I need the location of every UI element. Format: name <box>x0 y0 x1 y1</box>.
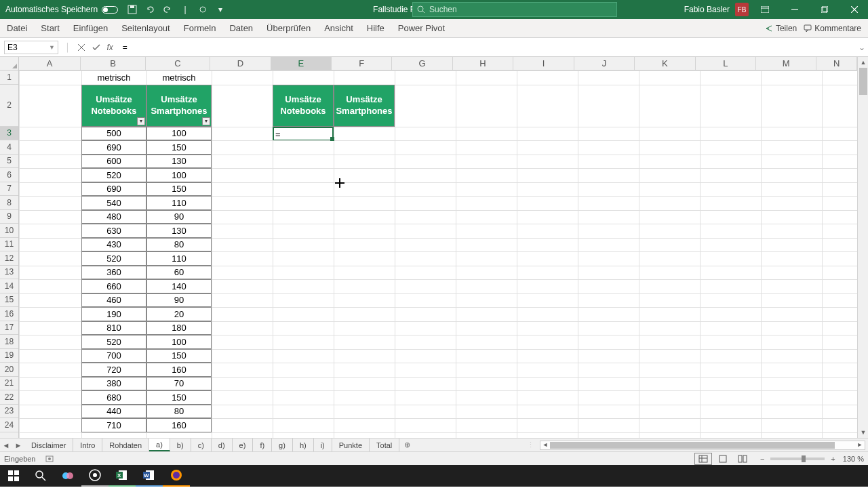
cell-c22[interactable]: 150 <box>146 390 212 405</box>
cell-c4[interactable]: 150 <box>146 140 212 155</box>
select-all-button[interactable] <box>0 57 19 70</box>
column-header-D[interactable]: D <box>210 57 271 70</box>
row-header-20[interactable]: 20 <box>0 363 18 377</box>
cell-c21[interactable]: 70 <box>146 377 212 391</box>
share-button[interactable]: Teilen <box>765 24 797 33</box>
cell-b22[interactable]: 680 <box>81 390 146 405</box>
sheet-tab-punkte[interactable]: Punkte <box>332 439 370 451</box>
row-header-5[interactable]: 5 <box>0 155 18 169</box>
undo-icon[interactable] <box>144 4 155 15</box>
cell-b10[interactable]: 630 <box>81 224 146 238</box>
normal-view-button[interactable] <box>694 453 712 465</box>
autosave-toggle[interactable]: Automatisches Speichern <box>0 5 123 14</box>
cell-b16[interactable]: 190 <box>81 307 146 321</box>
maximize-button[interactable] <box>811 0 838 19</box>
row-header-11[interactable]: 11 <box>0 238 18 252</box>
row-header-15[interactable]: 15 <box>0 293 18 308</box>
hscroll-left-button[interactable]: ◄ <box>540 441 550 449</box>
close-button[interactable] <box>841 0 868 19</box>
cell-c14[interactable]: 140 <box>146 279 212 293</box>
column-header-L[interactable]: L <box>696 57 756 70</box>
column-header-A[interactable]: A <box>19 57 81 70</box>
chevron-down-icon[interactable]: ▼ <box>49 44 55 51</box>
sheet-tab-total[interactable]: Total <box>370 439 399 451</box>
row-header-19[interactable]: 19 <box>0 349 18 363</box>
cell-c17[interactable]: 180 <box>146 321 212 336</box>
sheet-nav-prev[interactable]: ◄ <box>0 439 12 451</box>
start-button[interactable] <box>0 465 27 487</box>
page-break-view-button[interactable] <box>734 453 751 465</box>
cell-b7[interactable]: 690 <box>81 182 146 197</box>
ribbon-tab-formeln[interactable]: Formeln <box>177 19 223 37</box>
cell-c15[interactable]: 90 <box>146 293 212 308</box>
touch-mode-icon[interactable] <box>197 4 208 15</box>
column-header-E[interactable]: E <box>271 57 332 70</box>
splitter[interactable]: ⋮ <box>527 441 534 449</box>
sheet-tab-g[interactable]: g) <box>272 439 293 451</box>
column-header-B[interactable]: B <box>81 57 145 70</box>
zoom-out-button[interactable]: − <box>760 455 764 463</box>
formula-input[interactable] <box>120 41 856 54</box>
row-header-4[interactable]: 4 <box>0 140 18 155</box>
row-header-7[interactable]: 7 <box>0 182 18 197</box>
zoom-slider[interactable] <box>770 458 825 460</box>
cell-c8[interactable]: 110 <box>146 196 212 210</box>
add-sheet-button[interactable]: ⊕ <box>399 439 414 451</box>
ribbon-tab-hilfe[interactable]: Hilfe <box>360 19 391 37</box>
ribbon-display-icon[interactable] <box>751 0 778 19</box>
row-header-2[interactable]: 2 <box>0 85 18 127</box>
cell-b3[interactable]: 500 <box>81 127 146 141</box>
cell-b4[interactable]: 690 <box>81 140 146 155</box>
cell-c9[interactable]: 90 <box>146 210 212 224</box>
sheet-tab-e[interactable]: e) <box>233 439 254 451</box>
filter-dropdown-icon[interactable]: ▾ <box>137 117 145 125</box>
sheet-tab-b[interactable]: b) <box>170 439 191 451</box>
cell-c19[interactable]: 150 <box>146 349 212 363</box>
firefox-icon[interactable] <box>163 465 190 487</box>
column-header-J[interactable]: J <box>574 57 635 70</box>
horizontal-scrollbar[interactable]: ◄ ► <box>540 441 865 450</box>
cell-c12[interactable]: 110 <box>146 251 212 266</box>
sheet-tab-d[interactable]: d) <box>212 439 233 451</box>
column-header-M[interactable]: M <box>756 57 816 70</box>
cell-b14[interactable]: 660 <box>81 279 146 293</box>
ribbon-tab-start[interactable]: Start <box>34 19 66 37</box>
hscroll-thumb[interactable] <box>550 442 835 449</box>
cell-c24[interactable]: 160 <box>146 418 212 432</box>
column-header-F[interactable]: F <box>332 57 392 70</box>
column-header-G[interactable]: G <box>392 57 452 70</box>
cell-c16[interactable]: 20 <box>146 307 212 321</box>
sheet-tab-a[interactable]: a) <box>149 439 170 451</box>
fill-handle[interactable] <box>330 137 334 141</box>
row-header-1[interactable]: 1 <box>0 70 18 85</box>
sheet-nav-next[interactable]: ► <box>12 439 24 451</box>
qat-customize-icon[interactable]: ▾ <box>215 4 226 15</box>
sheet-tab-f[interactable]: f) <box>253 439 272 451</box>
cell-b11[interactable]: 430 <box>81 238 146 252</box>
cells-area[interactable]: metrischmetrischUmsätze NotebooksUmsätze… <box>19 70 857 438</box>
cell-b21[interactable]: 380 <box>81 377 146 391</box>
row-header-16[interactable]: 16 <box>0 307 18 321</box>
comments-button[interactable]: Kommentare <box>804 24 861 33</box>
enter-formula-button[interactable] <box>90 41 103 54</box>
column-header-K[interactable]: K <box>635 57 695 70</box>
sheet-tab-i[interactable]: i) <box>314 439 332 451</box>
user-avatar[interactable]: FB <box>735 3 749 16</box>
fx-icon[interactable]: fx <box>107 43 113 52</box>
scroll-down-button[interactable]: ▼ <box>858 427 868 438</box>
toggle-switch-icon[interactable] <box>102 6 118 14</box>
vscroll-thumb[interactable] <box>859 68 867 95</box>
cell-c11[interactable]: 80 <box>146 238 212 252</box>
cell-b1[interactable]: metrisch <box>81 70 146 85</box>
user-name[interactable]: Fabio Basler <box>684 5 730 14</box>
expand-formula-bar-button[interactable]: ⌄ <box>856 43 868 52</box>
sheet-tab-c[interactable]: c) <box>191 439 212 451</box>
sheet-tab-disclaimer[interactable]: Disclaimer <box>24 439 73 451</box>
cancel-formula-button[interactable] <box>75 41 88 54</box>
excel-icon[interactable]: X <box>108 465 136 487</box>
row-header-14[interactable]: 14 <box>0 279 18 293</box>
redo-icon[interactable] <box>162 4 173 15</box>
cell-b20[interactable]: 720 <box>81 363 146 377</box>
row-header-9[interactable]: 9 <box>0 210 18 224</box>
ribbon-tab-einfügen[interactable]: Einfügen <box>66 19 115 37</box>
